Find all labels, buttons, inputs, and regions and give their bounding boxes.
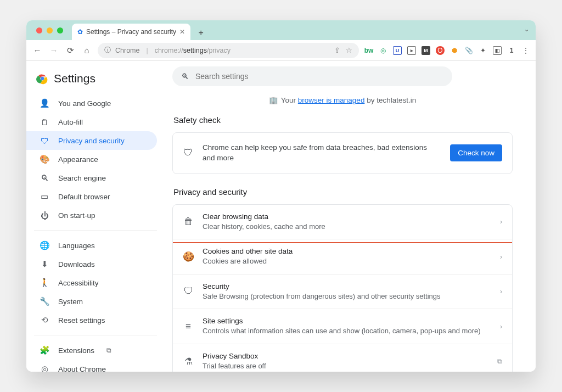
sidebar-item-label: Appearance (58, 155, 98, 164)
sidebar-item-label: Search engine (58, 174, 106, 182)
privacy-item-privacy-sandbox[interactable]: ⚗Privacy SandboxTrial features are off⧉ (173, 344, 512, 372)
forward-button[interactable]: → (48, 46, 59, 55)
list-item-subtitle: Trial features are off (203, 361, 488, 371)
chevron-right-icon: › (500, 218, 502, 226)
gear-icon: ✿ (77, 28, 83, 36)
privacy-item-clear-browsing-data[interactable]: 🗑Clear browsing dataClear history, cooki… (173, 205, 512, 240)
privacy-item-cookies-and-other-site-data[interactable]: 🍪Cookies and other site dataCookies are … (173, 239, 512, 275)
sidebar-item-reset-settings[interactable]: ⟲Reset settings (26, 311, 157, 329)
sidebar-item-default-browser[interactable]: ▭Default browser (26, 187, 157, 206)
sidebar-item-system[interactable]: 🔧System (26, 292, 157, 311)
sidebar-item-label: Extensions (58, 346, 94, 355)
reload-button[interactable]: ⟳ (65, 46, 76, 55)
chrome-icon: ◎ (40, 364, 49, 372)
extensions-button[interactable]: ✦ (479, 46, 487, 55)
sidebar-item-languages[interactable]: 🌐Languages (26, 236, 157, 255)
sidebar-item-extensions[interactable]: 🧩Extensions⧉ (26, 341, 157, 360)
chrome-logo-icon (36, 72, 48, 85)
sidebar-item-label: System (58, 298, 83, 306)
sidebar-item-auto-fill[interactable]: 🗒Auto-fill (26, 113, 157, 131)
extension-icon[interactable]: ◎ (379, 46, 387, 55)
close-tab-button[interactable]: ✕ (179, 28, 185, 36)
maximize-window-button[interactable] (57, 27, 63, 33)
sidebar-item-label: You and Google (58, 99, 111, 108)
tab-bar: ✿ Settings – Privacy and security ✕ + ⌄ (26, 20, 536, 40)
globe-icon: 🌐 (40, 240, 49, 250)
bookmark-button[interactable]: ☆ (346, 46, 352, 54)
accessibility-icon: 🚶 (40, 278, 49, 288)
tune-icon: ≡ (183, 321, 194, 332)
privacy-security-heading: Privacy and security (173, 187, 513, 197)
list-item-title: Clear browsing data (203, 212, 491, 221)
tab-title: Settings – Privacy and security (86, 28, 176, 36)
managed-icon: 🏢 (269, 96, 278, 104)
sidebar-item-downloads[interactable]: ⬇Downloads (26, 255, 157, 273)
managed-link[interactable]: browser is managed (298, 96, 365, 104)
external-link-icon: ⧉ (106, 346, 111, 354)
sidebar-item-privacy-and-security[interactable]: 🛡Privacy and security (26, 131, 157, 150)
list-item-title: Site settings (203, 317, 491, 325)
privacy-item-site-settings[interactable]: ≡Site settingsControls what information … (173, 309, 512, 344)
list-item-subtitle: Cookies are allowed (203, 256, 491, 266)
minimize-window-button[interactable] (47, 27, 53, 33)
browser-window: ✿ Settings – Privacy and security ✕ + ⌄ … (26, 20, 536, 372)
url-host: Chrome (115, 47, 139, 54)
extension-icon[interactable]: ◧ (493, 46, 502, 55)
shield-icon: 🛡 (40, 136, 49, 145)
list-item-title: Cookies and other site data (203, 247, 491, 255)
check-now-button[interactable]: Check now (450, 144, 502, 161)
site-info-icon[interactable]: ⓘ (104, 46, 111, 55)
search-input[interactable] (195, 72, 443, 81)
sidebar-item-about-chrome[interactable]: ◎About Chrome (26, 360, 157, 372)
extension-icon[interactable]: 📎 (464, 46, 473, 55)
search-settings-box[interactable]: 🔍︎ (172, 66, 452, 86)
page-title: Settings (54, 72, 95, 85)
sidebar-item-label: Languages (58, 242, 95, 250)
sidebar-item-label: Reset settings (58, 316, 105, 324)
sidebar-item-you-and-google[interactable]: 👤You and Google (26, 94, 157, 113)
browser-icon: ▭ (40, 192, 49, 201)
flask-icon: ⚗ (183, 356, 194, 367)
palette-icon: 🎨 (40, 154, 49, 164)
home-button[interactable]: ⌂ (81, 46, 92, 55)
tabs-dropdown-button[interactable]: ⌄ (524, 26, 529, 33)
sidebar-item-search-engine[interactable]: 🔍︎Search engine (26, 169, 157, 187)
person-icon: 👤 (40, 98, 49, 108)
share-button[interactable]: ⇪ (334, 46, 340, 54)
power-icon: ⏻ (40, 211, 49, 220)
safety-check-text: Chrome can help keep you safe from data … (203, 143, 441, 164)
extension-icon[interactable]: U (393, 46, 402, 55)
chevron-right-icon: › (500, 253, 502, 261)
puzzle-icon: 🧩 (40, 345, 49, 355)
settings-header: Settings (34, 69, 157, 94)
sidebar-item-on-start-up[interactable]: ⏻On start-up (26, 206, 157, 225)
extension-icon[interactable]: ⬢ (450, 46, 459, 55)
privacy-item-security[interactable]: 🛡SecuritySafe Browsing (protection from … (173, 275, 512, 310)
extension-icon[interactable]: 1 (507, 46, 516, 55)
browser-tab[interactable]: ✿ Settings – Privacy and security ✕ (72, 24, 190, 40)
sidebar-item-label: On start-up (58, 211, 95, 220)
sidebar-item-accessibility[interactable]: 🚶Accessibility (26, 273, 157, 292)
safety-check-card: 🛡︎ Chrome can help keep you safe from da… (172, 132, 513, 174)
extension-icon[interactable]: ▸ (407, 46, 416, 55)
sidebar-item-label: Auto-fill (58, 118, 83, 126)
back-button[interactable]: ← (32, 46, 43, 55)
window-controls (31, 20, 69, 40)
close-window-button[interactable] (36, 27, 42, 33)
extension-icon[interactable]: O (436, 46, 445, 55)
sidebar-item-label: Accessibility (58, 279, 99, 287)
extension-icon[interactable]: M (422, 46, 430, 55)
external-link-icon: ⧉ (497, 357, 502, 365)
trash-icon: 🗑 (183, 216, 194, 227)
new-tab-button[interactable]: + (194, 26, 208, 40)
managed-notice: 🏢Your browser is managed by techlatest.i… (172, 96, 513, 104)
address-bar[interactable]: ⓘ Chrome | chrome://settings/privacy ⇪ ☆ (98, 43, 359, 58)
browser-menu-button[interactable]: ⋮ (521, 46, 530, 55)
privacy-security-card: 🗑Clear browsing dataClear history, cooki… (172, 204, 513, 372)
download-icon: ⬇ (40, 259, 49, 269)
search-icon: 🔍︎ (181, 72, 189, 81)
chevron-right-icon: › (500, 288, 502, 295)
extension-icon[interactable]: bw (364, 46, 373, 55)
extensions-tray: bw ◎ U ▸ M O ⬢ 📎 ✦ ◧ 1 ⋮ (364, 46, 530, 55)
sidebar-item-appearance[interactable]: 🎨Appearance (26, 150, 157, 169)
